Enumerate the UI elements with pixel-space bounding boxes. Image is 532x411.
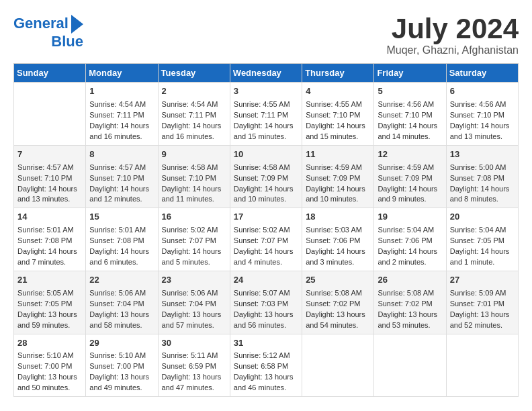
calendar-cell: 28Sunrise: 5:10 AM Sunset: 7:00 PM Dayli… <box>14 334 86 397</box>
calendar-cell: 27Sunrise: 5:09 AM Sunset: 7:01 PM Dayli… <box>446 271 518 334</box>
calendar-cell: 16Sunrise: 5:02 AM Sunset: 7:07 PM Dayli… <box>158 208 230 271</box>
day-info: Sunrise: 5:11 AM Sunset: 6:59 PM Dayligh… <box>162 351 226 394</box>
day-number: 1 <box>89 85 154 98</box>
day-number: 29 <box>89 337 154 350</box>
weekday-header: Thursday <box>302 64 374 83</box>
calendar-cell: 15Sunrise: 5:01 AM Sunset: 7:08 PM Dayli… <box>86 208 158 271</box>
calendar-cell: 25Sunrise: 5:08 AM Sunset: 7:02 PM Dayli… <box>302 271 374 334</box>
calendar-cell: 20Sunrise: 5:04 AM Sunset: 7:05 PM Dayli… <box>446 208 518 271</box>
day-info: Sunrise: 5:08 AM Sunset: 7:02 PM Dayligh… <box>378 288 442 331</box>
calendar-cell: 11Sunrise: 4:59 AM Sunset: 7:09 PM Dayli… <box>302 145 374 208</box>
day-info: Sunrise: 4:56 AM Sunset: 7:10 PM Dayligh… <box>378 99 442 142</box>
day-info: Sunrise: 4:54 AM Sunset: 7:11 PM Dayligh… <box>89 99 154 142</box>
calendar-cell <box>446 334 518 397</box>
month-title: July 2024 <box>386 13 519 44</box>
day-number: 27 <box>450 274 515 287</box>
day-number: 10 <box>234 148 298 161</box>
calendar-cell: 12Sunrise: 4:59 AM Sunset: 7:09 PM Dayli… <box>374 145 446 208</box>
calendar-cell: 17Sunrise: 5:02 AM Sunset: 7:07 PM Dayli… <box>230 208 302 271</box>
day-info: Sunrise: 5:00 AM Sunset: 7:08 PM Dayligh… <box>450 163 515 205</box>
calendar-week-row: 14Sunrise: 5:01 AM Sunset: 7:08 PM Dayli… <box>14 208 519 271</box>
day-number: 17 <box>234 211 298 224</box>
day-info: Sunrise: 4:58 AM Sunset: 7:09 PM Dayligh… <box>234 163 298 205</box>
day-info: Sunrise: 5:06 AM Sunset: 7:04 PM Dayligh… <box>162 288 226 331</box>
weekday-header: Friday <box>374 64 446 83</box>
calendar-cell: 18Sunrise: 5:03 AM Sunset: 7:06 PM Dayli… <box>302 208 374 271</box>
day-number: 8 <box>89 148 154 161</box>
weekday-header: Monday <box>86 64 158 83</box>
calendar-cell: 24Sunrise: 5:07 AM Sunset: 7:03 PM Dayli… <box>230 271 302 334</box>
calendar-cell: 19Sunrise: 5:04 AM Sunset: 7:06 PM Dayli… <box>374 208 446 271</box>
day-info: Sunrise: 5:12 AM Sunset: 6:58 PM Dayligh… <box>234 351 298 394</box>
calendar-cell: 31Sunrise: 5:12 AM Sunset: 6:58 PM Dayli… <box>230 334 302 397</box>
day-info: Sunrise: 5:04 AM Sunset: 7:06 PM Dayligh… <box>378 225 442 268</box>
calendar-week-row: 21Sunrise: 5:05 AM Sunset: 7:05 PM Dayli… <box>14 271 519 334</box>
day-info: Sunrise: 4:58 AM Sunset: 7:10 PM Dayligh… <box>162 163 226 205</box>
day-number: 31 <box>234 337 298 350</box>
day-info: Sunrise: 4:56 AM Sunset: 7:10 PM Dayligh… <box>450 99 515 142</box>
day-info: Sunrise: 5:10 AM Sunset: 7:00 PM Dayligh… <box>17 351 82 394</box>
day-number: 12 <box>378 148 442 161</box>
calendar-cell: 2Sunrise: 4:54 AM Sunset: 7:11 PM Daylig… <box>158 83 230 146</box>
day-info: Sunrise: 4:55 AM Sunset: 7:10 PM Dayligh… <box>306 99 370 142</box>
calendar-cell: 7Sunrise: 4:57 AM Sunset: 7:10 PM Daylig… <box>14 145 86 208</box>
day-number: 25 <box>306 274 370 287</box>
day-number: 21 <box>17 274 82 287</box>
day-number: 20 <box>450 211 515 224</box>
day-number: 13 <box>450 148 515 161</box>
weekday-header: Saturday <box>446 64 518 83</box>
day-info: Sunrise: 4:59 AM Sunset: 7:09 PM Dayligh… <box>378 163 442 205</box>
title-block: July 2024 Muqer, Ghazni, Afghanistan <box>386 13 519 56</box>
day-number: 18 <box>306 211 370 224</box>
logo-arrow-icon <box>71 15 83 34</box>
day-info: Sunrise: 5:09 AM Sunset: 7:01 PM Dayligh… <box>450 288 515 331</box>
calendar-cell: 10Sunrise: 4:58 AM Sunset: 7:09 PM Dayli… <box>230 145 302 208</box>
day-info: Sunrise: 5:01 AM Sunset: 7:08 PM Dayligh… <box>89 225 154 268</box>
logo-text2: Blue <box>51 34 83 50</box>
calendar-cell: 9Sunrise: 4:58 AM Sunset: 7:10 PM Daylig… <box>158 145 230 208</box>
day-info: Sunrise: 4:55 AM Sunset: 7:11 PM Dayligh… <box>234 99 298 142</box>
day-number: 23 <box>162 274 226 287</box>
calendar-cell: 3Sunrise: 4:55 AM Sunset: 7:11 PM Daylig… <box>230 83 302 146</box>
weekday-header: Wednesday <box>230 64 302 83</box>
day-info: Sunrise: 5:01 AM Sunset: 7:08 PM Dayligh… <box>17 225 82 268</box>
day-number: 9 <box>162 148 226 161</box>
day-number: 22 <box>89 274 154 287</box>
day-info: Sunrise: 5:10 AM Sunset: 7:00 PM Dayligh… <box>89 351 154 394</box>
calendar-cell: 21Sunrise: 5:05 AM Sunset: 7:05 PM Dayli… <box>14 271 86 334</box>
calendar-week-row: 7Sunrise: 4:57 AM Sunset: 7:10 PM Daylig… <box>14 145 519 208</box>
day-number: 15 <box>89 211 154 224</box>
calendar-cell <box>374 334 446 397</box>
day-number: 28 <box>17 337 82 350</box>
day-number: 26 <box>378 274 442 287</box>
day-number: 16 <box>162 211 226 224</box>
day-info: Sunrise: 5:03 AM Sunset: 7:06 PM Dayligh… <box>306 225 370 268</box>
day-info: Sunrise: 5:02 AM Sunset: 7:07 PM Dayligh… <box>234 225 298 268</box>
calendar-cell: 1Sunrise: 4:54 AM Sunset: 7:11 PM Daylig… <box>86 83 158 146</box>
day-info: Sunrise: 5:07 AM Sunset: 7:03 PM Dayligh… <box>234 288 298 331</box>
calendar-cell: 5Sunrise: 4:56 AM Sunset: 7:10 PM Daylig… <box>374 83 446 146</box>
location: Muqer, Ghazni, Afghanistan <box>386 44 519 56</box>
calendar-cell: 30Sunrise: 5:11 AM Sunset: 6:59 PM Dayli… <box>158 334 230 397</box>
day-number: 6 <box>450 85 515 98</box>
calendar-cell: 13Sunrise: 5:00 AM Sunset: 7:08 PM Dayli… <box>446 145 518 208</box>
day-number: 4 <box>306 85 370 98</box>
calendar-cell: 23Sunrise: 5:06 AM Sunset: 7:04 PM Dayli… <box>158 271 230 334</box>
day-number: 5 <box>378 85 442 98</box>
calendar-cell <box>302 334 374 397</box>
logo: General Blue <box>13 13 83 50</box>
calendar-week-row: 28Sunrise: 5:10 AM Sunset: 7:00 PM Dayli… <box>14 334 519 397</box>
calendar-week-row: 1Sunrise: 4:54 AM Sunset: 7:11 PM Daylig… <box>14 83 519 146</box>
day-number: 24 <box>234 274 298 287</box>
weekday-header: Tuesday <box>158 64 230 83</box>
logo-text: General <box>13 15 69 32</box>
day-info: Sunrise: 4:57 AM Sunset: 7:10 PM Dayligh… <box>89 163 154 205</box>
day-number: 14 <box>17 211 82 224</box>
day-info: Sunrise: 4:54 AM Sunset: 7:11 PM Dayligh… <box>162 99 226 142</box>
weekday-header-row: SundayMondayTuesdayWednesdayThursdayFrid… <box>14 64 519 83</box>
day-info: Sunrise: 5:06 AM Sunset: 7:04 PM Dayligh… <box>89 288 154 331</box>
calendar-cell: 26Sunrise: 5:08 AM Sunset: 7:02 PM Dayli… <box>374 271 446 334</box>
calendar-cell: 8Sunrise: 4:57 AM Sunset: 7:10 PM Daylig… <box>86 145 158 208</box>
calendar-table: SundayMondayTuesdayWednesdayThursdayFrid… <box>13 63 519 397</box>
calendar-cell: 22Sunrise: 5:06 AM Sunset: 7:04 PM Dayli… <box>86 271 158 334</box>
